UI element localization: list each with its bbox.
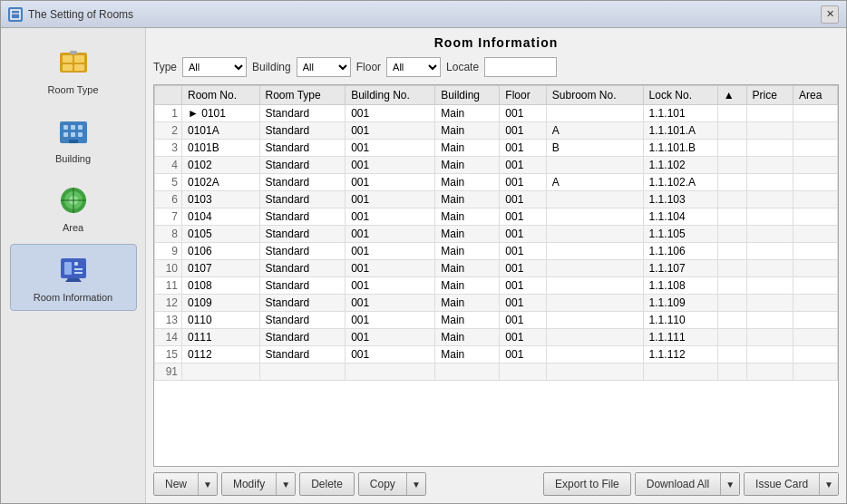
col-building-no[interactable]: Building No.: [346, 86, 435, 105]
table-row[interactable]: 2 0101A Standard 001 Main 001 A 1.1.101.…: [155, 122, 838, 140]
cell-price: [746, 174, 793, 191]
cell-lock-no: 1.1.101.B: [643, 140, 717, 157]
copy-button[interactable]: Copy: [359, 473, 407, 495]
col-sort-arrow[interactable]: ▲: [717, 86, 746, 105]
svg-rect-22: [64, 262, 72, 275]
row-num: 3: [155, 140, 182, 157]
floor-select[interactable]: All 001: [386, 57, 441, 77]
row-num: 10: [155, 260, 182, 277]
cell-room-no: 0108: [182, 277, 260, 295]
svg-rect-13: [71, 132, 75, 137]
col-room-no[interactable]: Room No.: [182, 86, 260, 105]
svg-rect-15: [69, 140, 78, 143]
sidebar-item-room-information[interactable]: Room Information: [10, 244, 137, 311]
table-row[interactable]: 8 0105 Standard 001 Main 001 1.1.105: [155, 226, 838, 243]
cell-subroom-no: [546, 295, 643, 312]
table-row[interactable]: 11 0108 Standard 001 Main 001 1.1.108: [155, 277, 838, 295]
table-row[interactable]: 91: [155, 363, 838, 381]
button-bar: New ▼ Modify ▼ Delete Copy ▼ Export to F…: [153, 472, 839, 496]
cell-room-type: Standard: [259, 174, 346, 191]
row-num: 15: [155, 346, 182, 363]
table-row[interactable]: 6 0103 Standard 001 Main 001 1.1.103: [155, 191, 838, 208]
table-row[interactable]: 4 0102 Standard 001 Main 001 1.1.102: [155, 157, 838, 174]
cell-lock-no: 1.1.109: [643, 295, 717, 312]
copy-dropdown-button[interactable]: ▼: [407, 473, 425, 495]
cell-sort: [717, 140, 746, 157]
title-bar: The Setting of Rooms ✕: [1, 1, 846, 28]
cell-floor: 001: [500, 243, 546, 260]
cell-area: [793, 191, 837, 208]
building-select[interactable]: All Main: [297, 57, 351, 77]
download-all-button[interactable]: Download All: [636, 473, 721, 495]
table-row[interactable]: 5 0102A Standard 001 Main 001 A 1.1.102.…: [155, 174, 838, 191]
table-row[interactable]: 9 0106 Standard 001 Main 001 1.1.106: [155, 243, 838, 260]
cell-lock-no: 1.1.102: [643, 157, 717, 174]
new-button[interactable]: New: [154, 473, 199, 495]
table-row[interactable]: 14 0111 Standard 001 Main 001 1.1.111: [155, 329, 838, 346]
delete-button[interactable]: Delete: [299, 472, 355, 496]
cell-subroom-no: [546, 243, 643, 260]
col-floor[interactable]: Floor: [500, 86, 546, 105]
download-all-button-group: Download All ▼: [635, 472, 740, 496]
type-select[interactable]: All Standard: [182, 57, 247, 77]
cell-room-no: 0106: [182, 243, 260, 260]
cell-area: [793, 105, 837, 122]
cell-building-no: 001: [346, 312, 435, 329]
svg-marker-26: [65, 278, 82, 282]
locate-input[interactable]: [484, 57, 557, 77]
table-row[interactable]: 1 ► 0101 Standard 001 Main 001 1.1.101: [155, 105, 838, 122]
table-row[interactable]: 12 0109 Standard 001 Main 001 1.1.109: [155, 295, 838, 312]
col-subroom-no[interactable]: Subroom No.: [546, 86, 643, 105]
sidebar-item-room-type[interactable]: Room Type: [10, 37, 137, 102]
cell-lock-no: 1.1.101: [643, 105, 717, 122]
sidebar-room-type-label: Room Type: [47, 84, 98, 95]
cell-floor: 001: [500, 329, 546, 346]
table-row[interactable]: 15 0112 Standard 001 Main 001 1.1.112: [155, 346, 838, 363]
col-building[interactable]: Building: [435, 86, 500, 105]
table-row[interactable]: 7 0104 Standard 001 Main 001 1.1.104: [155, 208, 838, 226]
export-to-file-button[interactable]: Export to File: [543, 472, 631, 496]
close-button[interactable]: ✕: [821, 5, 839, 24]
cell-area: [793, 174, 837, 191]
cell-area: [793, 295, 837, 312]
cell-room-no: 0112: [182, 346, 260, 363]
cell-building: Main: [435, 122, 500, 140]
svg-rect-10: [71, 125, 75, 130]
modify-button[interactable]: Modify: [222, 473, 277, 495]
table-row[interactable]: 3 0101B Standard 001 Main 001 B 1.1.101.…: [155, 140, 838, 157]
table-row[interactable]: 13 0110 Standard 001 Main 001 1.1.110: [155, 312, 838, 329]
issue-card-dropdown-button[interactable]: ▼: [820, 473, 838, 495]
svg-rect-9: [63, 125, 68, 130]
cell-floor: 001: [500, 122, 546, 140]
cell-area: [793, 208, 837, 226]
issue-card-button[interactable]: Issue Card: [745, 473, 820, 495]
cell-price: [746, 295, 793, 312]
cell-building-no: 001: [346, 157, 435, 174]
panel-title: Room Information: [153, 35, 839, 50]
cell-area: [793, 157, 837, 174]
sidebar-item-building[interactable]: Building: [10, 106, 137, 171]
cell-building-no: 001: [346, 226, 435, 243]
sidebar-item-area[interactable]: Area: [10, 175, 137, 240]
col-room-type[interactable]: Room Type: [259, 86, 346, 105]
cell-area: [793, 329, 837, 346]
svg-rect-7: [70, 51, 77, 54]
table-row[interactable]: 10 0107 Standard 001 Main 001 1.1.107: [155, 260, 838, 277]
download-all-dropdown-button[interactable]: ▼: [721, 473, 739, 495]
new-dropdown-button[interactable]: ▼: [199, 473, 217, 495]
col-price[interactable]: Price: [746, 86, 793, 105]
col-area[interactable]: Area: [793, 86, 837, 105]
cell-subroom-no: [546, 208, 643, 226]
cell-building-no: [346, 363, 435, 381]
type-label: Type: [153, 61, 177, 73]
cell-building: Main: [435, 105, 500, 122]
cell-floor: 001: [500, 140, 546, 157]
svg-rect-24: [74, 268, 83, 270]
cell-price: [746, 122, 793, 140]
col-lock-no[interactable]: Lock No.: [643, 86, 717, 105]
cell-sort: [717, 105, 746, 122]
cell-building: Main: [435, 260, 500, 277]
main-window: The Setting of Rooms ✕ Room Type: [0, 0, 847, 504]
modify-dropdown-button[interactable]: ▼: [277, 473, 295, 495]
table-scroll[interactable]: Room No. Room Type Building No. Building…: [154, 85, 838, 466]
